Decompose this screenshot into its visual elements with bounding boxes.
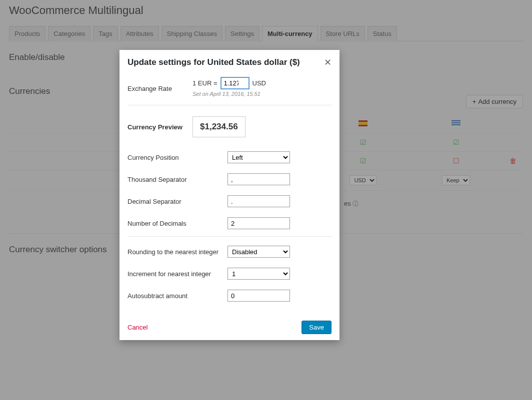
autosubtract-input[interactable] — [228, 290, 290, 302]
modal-header: Update settings for United States dollar… — [120, 50, 340, 75]
currency-position-select[interactable]: Left — [228, 151, 290, 163]
number-of-decimals-row: Number of Decimals — [128, 212, 332, 234]
thousand-separator-label: Thousand Separator — [128, 176, 228, 183]
currency-position-label: Currency Position — [128, 154, 228, 161]
autosubtract-row: Autosubtract amount — [128, 285, 332, 307]
close-icon[interactable]: ✕ — [324, 57, 332, 68]
thousand-separator-input[interactable] — [228, 173, 290, 185]
rounding-select[interactable]: Disabled — [228, 246, 290, 258]
currency-preview-value: $1,234.56 — [192, 116, 246, 137]
decimal-separator-label: Decimal Separator — [128, 198, 228, 205]
currency-position-row: Currency Position Left — [128, 146, 332, 168]
decimal-separator-input[interactable] — [228, 195, 290, 207]
exchange-prefix: 1 EUR = — [192, 79, 218, 87]
number-of-decimals-input[interactable] — [228, 217, 290, 229]
currency-preview-label: Currency Preview — [128, 123, 192, 131]
increment-label: Increment for nearest integer — [128, 270, 228, 278]
exchange-rate-input[interactable] — [220, 77, 250, 89]
modal-footer: Cancel Save — [120, 315, 340, 340]
exchange-rate-row: Exchange Rate 1 EUR = USD Set on April 1… — [128, 77, 332, 105]
modal-title: Update settings for United States dollar… — [128, 57, 300, 67]
autosubtract-label: Autosubtract amount — [128, 292, 228, 300]
currency-settings-modal: Update settings for United States dollar… — [120, 50, 340, 340]
thousand-separator-row: Thousand Separator — [128, 168, 332, 190]
exchange-rate-label: Exchange Rate — [128, 77, 192, 92]
cancel-button[interactable]: Cancel — [128, 324, 148, 331]
number-of-decimals-label: Number of Decimals — [128, 220, 228, 227]
rounding-label: Rounding to the nearest integer — [128, 248, 228, 256]
currency-preview-row: Currency Preview $1,234.56 — [128, 107, 332, 146]
modal-body: Exchange Rate 1 EUR = USD Set on April 1… — [120, 75, 340, 315]
increment-row: Increment for nearest integer 1 — [128, 263, 332, 285]
save-button[interactable]: Save — [302, 321, 332, 334]
increment-select[interactable]: 1 — [228, 268, 290, 280]
divider — [128, 236, 332, 237]
decimal-separator-row: Decimal Separator — [128, 190, 332, 212]
exchange-suffix: USD — [252, 79, 266, 87]
exchange-meta: Set on April 13, 2016, 15:51 — [192, 91, 332, 97]
rounding-row: Rounding to the nearest integer Disabled — [128, 241, 332, 263]
